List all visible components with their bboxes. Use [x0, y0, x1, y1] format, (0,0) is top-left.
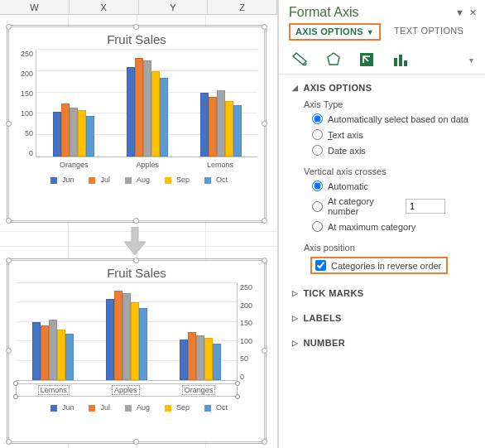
- arrow-down-icon: [124, 227, 146, 255]
- opt-label: Automatically select based on data: [328, 114, 468, 124]
- axis-options-icon[interactable]: [390, 51, 410, 69]
- opt-automatic[interactable]: Automatic: [304, 178, 472, 194]
- opt-label: At category number: [328, 196, 394, 216]
- section-header-axis-options[interactable]: ◢ AXIS OPTIONS: [292, 79, 472, 96]
- opt-at-category-number[interactable]: At category number: [304, 194, 472, 219]
- radio-text-axis[interactable]: [312, 129, 323, 140]
- y-axis[interactable]: 250200150100500: [16, 50, 36, 157]
- label-axis-position: Axis position: [304, 239, 472, 254]
- svg-marker-0: [328, 53, 339, 65]
- svg-rect-3: [399, 55, 402, 66]
- chart-title[interactable]: Fruit Sales: [9, 27, 264, 50]
- section-title: TICK MARKS: [303, 288, 363, 298]
- opt-label: Automatic: [328, 181, 368, 191]
- collapse-icon: ◢: [292, 84, 298, 92]
- radio-automatic[interactable]: [312, 181, 323, 191]
- plot: 250200150100500 LemonsApplesOranges: [16, 283, 257, 397]
- effects-icon[interactable]: [324, 51, 343, 69]
- plot-area[interactable]: [16, 283, 238, 381]
- format-category-icons: ▾: [279, 44, 485, 75]
- tab-text-options[interactable]: TEXT OPTIONS: [392, 23, 465, 41]
- chart-fruit-sales-original[interactable]: Fruit Sales 250200150100500 OrangesApple…: [8, 26, 265, 221]
- pane-tabs: AXIS OPTIONS▼ TEXT OPTIONS: [279, 23, 485, 44]
- chart-title[interactable]: Fruit Sales: [9, 261, 264, 283]
- fill-line-icon[interactable]: [291, 51, 310, 69]
- opt-label: At maximum category: [328, 222, 415, 232]
- sheet-body[interactable]: Fruit Sales 250200150100500 OrangesApple…: [0, 15, 277, 448]
- legend[interactable]: JunJulAugSepOct: [9, 398, 264, 418]
- col-header[interactable]: Y: [139, 0, 209, 14]
- input-category-number[interactable]: [406, 199, 445, 214]
- y-axis[interactable]: 250200150100500: [238, 283, 257, 381]
- x-axis-labels[interactable]: LemonsApplesOranges: [16, 383, 238, 397]
- col-header[interactable]: X: [70, 0, 139, 14]
- section-labels: ▷ LABELS: [279, 305, 485, 330]
- worksheet-area: W X Y Z Fruit Sales 250200150100500 Oran…: [0, 0, 278, 448]
- opt-at-max-category[interactable]: At maximum category: [304, 219, 472, 234]
- expand-icon: ▷: [292, 289, 298, 297]
- legend[interactable]: JunJulAugSepOct: [9, 171, 264, 190]
- col-header[interactable]: Z: [208, 0, 277, 14]
- radio-auto[interactable]: [312, 113, 323, 124]
- opt-text-axis[interactable]: Text axis: [304, 127, 472, 142]
- opt-categories-reverse[interactable]: Categories in reverse order: [304, 254, 472, 277]
- tab-axis-options[interactable]: AXIS OPTIONS▼: [289, 23, 381, 41]
- svg-rect-4: [404, 60, 407, 66]
- radio-at-cat-num[interactable]: [312, 201, 323, 212]
- format-axis-pane: Format Axis ▼ ✕ AXIS OPTIONS▼ TEXT OPTIO…: [278, 0, 485, 448]
- expand-icon: ▷: [292, 339, 298, 347]
- pane-title: Format Axis: [289, 5, 358, 20]
- radio-at-max-cat[interactable]: [312, 221, 323, 232]
- radio-date-axis[interactable]: [312, 145, 323, 156]
- chart-fruit-sales-reversed[interactable]: Fruit Sales 250200150100500 LemonsApples…: [8, 260, 265, 442]
- section-title: LABELS: [303, 313, 341, 323]
- section-axis-options: ◢ AXIS OPTIONS Axis Type Automatically s…: [279, 75, 485, 280]
- pane-dropdown-icon[interactable]: ▼: [455, 7, 464, 18]
- section-tick-marks: ▷ TICK MARKS: [279, 280, 485, 305]
- opt-label: Categories in reverse order: [331, 261, 441, 271]
- svg-rect-2: [394, 58, 397, 66]
- section-header-labels[interactable]: ▷ LABELS: [292, 310, 472, 326]
- x-axis-labels[interactable]: OrangesApplesLemons: [36, 161, 257, 169]
- opt-auto-select[interactable]: Automatically select based on data: [304, 111, 472, 127]
- tab-label: AXIS OPTIONS: [295, 26, 363, 36]
- label-axis-type: Axis Type: [304, 96, 472, 111]
- expand-icon: ▷: [292, 314, 298, 322]
- column-headers: W X Y Z: [0, 0, 277, 15]
- section-title: AXIS OPTIONS: [303, 83, 372, 93]
- section-header-tick-marks[interactable]: ▷ TICK MARKS: [292, 285, 472, 301]
- checkbox-categories-reverse[interactable]: [315, 260, 326, 271]
- plot-area[interactable]: [36, 50, 257, 157]
- plot: 250200150100500 OrangesApplesLemons: [16, 50, 257, 169]
- col-header[interactable]: W: [0, 0, 70, 14]
- size-properties-icon[interactable]: [357, 51, 377, 69]
- opt-label: Date axis: [328, 146, 366, 156]
- chevron-down-icon[interactable]: ▾: [469, 55, 473, 65]
- label-vertical-axis-crosses: Vertical axis crosses: [304, 163, 472, 178]
- section-title: NUMBER: [303, 338, 345, 348]
- opt-date-axis[interactable]: Date axis: [304, 142, 472, 158]
- chevron-down-icon: ▼: [367, 28, 374, 36]
- section-header-number[interactable]: ▷ NUMBER: [292, 335, 472, 351]
- close-icon[interactable]: ✕: [469, 7, 477, 18]
- opt-label: Text axis: [328, 130, 363, 140]
- section-number: ▷ NUMBER: [279, 330, 485, 354]
